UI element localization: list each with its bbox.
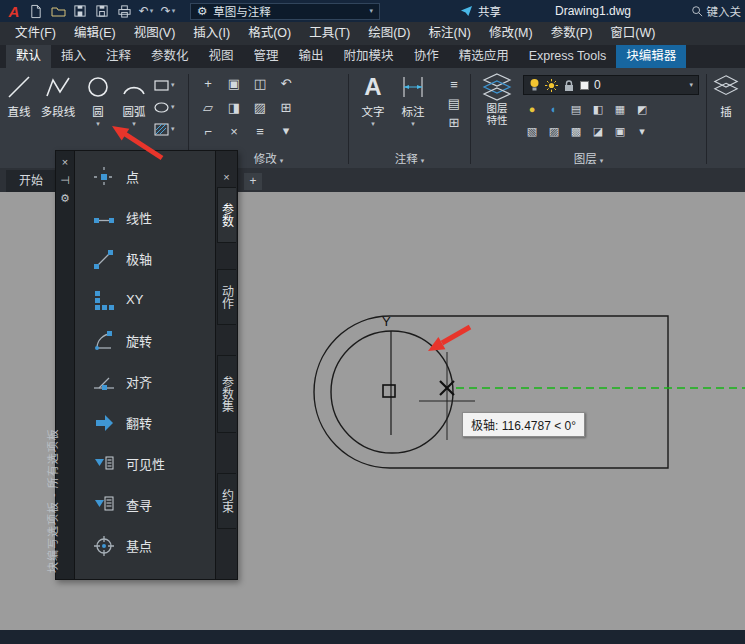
chevron-down-icon[interactable]: ▾	[411, 120, 415, 128]
layer-merge-button[interactable]: ◪	[589, 121, 607, 141]
save-as-icon[interactable]	[92, 2, 112, 20]
palette-item-point[interactable]: 点	[75, 156, 215, 197]
menu-draw[interactable]: 绘图(D)	[359, 22, 419, 45]
palette-item-rotation[interactable]: 旋转	[75, 320, 215, 361]
hatch-button[interactable]: ▾	[154, 118, 175, 140]
ribbon-tab-collaborate[interactable]: 协作	[404, 45, 449, 68]
palette-title-bar[interactable]: × ⊣ ⚙ 块编写选项板 - 所有选项板	[55, 150, 75, 580]
slot-outline-geometry[interactable]	[314, 316, 668, 468]
auto-hide-icon[interactable]: ⊣	[58, 173, 72, 187]
offset-button[interactable]: ⌐	[197, 121, 219, 141]
menu-format[interactable]: 格式(O)	[239, 22, 300, 45]
fillet-button[interactable]: ◨	[223, 97, 245, 117]
palette-item-xy[interactable]: XY	[75, 279, 215, 320]
leader-button[interactable]: ≡	[443, 76, 465, 92]
ribbon-tab-annotate[interactable]: 注释	[96, 45, 141, 68]
layer-on-button[interactable]: ▩	[567, 121, 585, 141]
chevron-down-icon[interactable]: ▾	[275, 121, 297, 141]
table-button[interactable]: ▤	[443, 95, 465, 111]
copy-button[interactable]: ▣	[223, 73, 245, 93]
palette-tab-parameter-sets[interactable]: 参数集	[217, 355, 236, 433]
chevron-down-icon[interactable]: ▾	[689, 81, 693, 89]
layer-select-combo[interactable]: 0 ▾	[523, 75, 699, 95]
palette-item-polar[interactable]: 极轴	[75, 238, 215, 279]
layer-isolate-button[interactable]: ◐	[545, 99, 563, 119]
chevron-down-icon[interactable]: ▾	[371, 120, 375, 128]
share-button[interactable]: 共享	[460, 3, 501, 19]
insert-block-button[interactable]: 插	[709, 72, 743, 119]
palette-item-lookup[interactable]: 查寻	[75, 484, 215, 525]
autocad-logo[interactable]: A	[4, 2, 24, 20]
menu-insert[interactable]: 插入(I)	[184, 22, 239, 45]
panel-label-annotate[interactable]: 注释 ▾	[349, 150, 470, 166]
array-button[interactable]: ⊞	[275, 97, 297, 117]
palette-tab-constraints[interactable]: 约束	[217, 473, 236, 529]
menu-tools[interactable]: 工具(T)	[300, 22, 359, 45]
workspace-selector[interactable]: ⚙ 草图与注释 ▾	[190, 3, 380, 20]
menu-edit[interactable]: 编辑(E)	[65, 22, 125, 45]
palette-item-basepoint[interactable]: 基点	[75, 525, 215, 566]
dimension-button[interactable]: 标注 ▾	[395, 72, 431, 128]
palette-tab-actions[interactable]: 动作	[217, 269, 236, 325]
base-point-grip[interactable]	[383, 385, 395, 397]
open-folder-icon[interactable]	[48, 2, 68, 20]
ellipse-button[interactable]: ▾	[154, 96, 175, 118]
ribbon-tab-manage[interactable]: 管理	[244, 45, 289, 68]
layer-walk-button[interactable]: ▧	[523, 121, 541, 141]
trim-button[interactable]: ▨	[249, 97, 271, 117]
ribbon-tab-view[interactable]: 视图	[199, 45, 244, 68]
ribbon-tab-home[interactable]: 默认	[6, 45, 51, 68]
palette-item-visibility[interactable]: 可见性	[75, 443, 215, 484]
palette-item-flip[interactable]: 翻转	[75, 402, 215, 443]
explode-button[interactable]: ≡	[249, 121, 271, 141]
layer-delete-button[interactable]: ▣	[611, 121, 629, 141]
close-icon[interactable]: ×	[58, 155, 72, 169]
ribbon-tab-insert[interactable]: 插入	[51, 45, 96, 68]
new-drawing-tab-button[interactable]: +	[244, 173, 262, 190]
ribbon-tab-parametric[interactable]: 参数化	[141, 45, 199, 68]
layer-properties-button[interactable]: 图层 特性	[477, 72, 517, 126]
circle-geometry[interactable]	[331, 331, 453, 453]
ribbon-tab-addins[interactable]: 附加模块	[334, 45, 404, 68]
panel-label-layers[interactable]: 图层 ▾	[471, 150, 706, 166]
redo-icon[interactable]: ↷▾	[158, 2, 178, 20]
polyline-button[interactable]: 多段线	[36, 72, 80, 119]
ribbon-tab-block-editor[interactable]: 块编辑器	[616, 45, 686, 68]
palette-properties-gear-icon[interactable]: ⚙	[58, 191, 72, 205]
rotate-button[interactable]: ↶	[275, 73, 297, 93]
menu-window[interactable]: 窗口(W)	[601, 22, 664, 45]
search-box[interactable]: 键入关	[691, 3, 742, 19]
stretch-button[interactable]: ▱	[197, 97, 219, 117]
menu-file[interactable]: 文件(F)	[6, 22, 65, 45]
undo-icon[interactable]: ↶▾	[136, 2, 156, 20]
save-icon[interactable]	[70, 2, 90, 20]
menu-modify[interactable]: 修改(M)	[480, 22, 542, 45]
new-file-icon[interactable]	[26, 2, 46, 20]
menu-parametric[interactable]: 参数(P)	[542, 22, 602, 45]
arc-button[interactable]: 圆弧 ▾	[116, 72, 152, 128]
layer-match-button[interactable]: ▦	[611, 99, 629, 119]
markup-button[interactable]: ⊞	[443, 114, 465, 130]
line-button[interactable]: 直线	[2, 72, 36, 119]
file-tab-start[interactable]: 开始	[6, 170, 56, 192]
menu-dimension[interactable]: 标注(N)	[420, 22, 480, 45]
chevron-down-icon[interactable]: ▾	[96, 120, 100, 128]
erase-button[interactable]: ×	[223, 121, 245, 141]
layer-state-button[interactable]: ◩	[633, 99, 651, 119]
ribbon-tab-express[interactable]: Express Tools	[519, 45, 617, 68]
chevron-down-icon[interactable]: ▾	[633, 121, 651, 141]
menu-view[interactable]: 视图(V)	[125, 22, 185, 45]
layer-thaw-button[interactable]: ▨	[545, 121, 563, 141]
move-button[interactable]: +	[197, 73, 219, 93]
palette-item-linear[interactable]: 线性	[75, 197, 215, 238]
palette-item-alignment[interactable]: 对齐	[75, 361, 215, 402]
circle-button[interactable]: 圆 ▾	[82, 72, 114, 128]
ribbon-tab-featured[interactable]: 精选应用	[449, 45, 519, 68]
rectangle-button[interactable]: ▾	[154, 74, 175, 96]
text-button[interactable]: A 文字 ▾	[355, 72, 391, 128]
command-line-strip[interactable]	[0, 630, 745, 644]
layer-freeze-button[interactable]: ▤	[567, 99, 585, 119]
chevron-down-icon[interactable]: ▾	[132, 120, 136, 128]
close-icon[interactable]: ×	[216, 171, 237, 183]
ribbon-tab-output[interactable]: 输出	[289, 45, 334, 68]
